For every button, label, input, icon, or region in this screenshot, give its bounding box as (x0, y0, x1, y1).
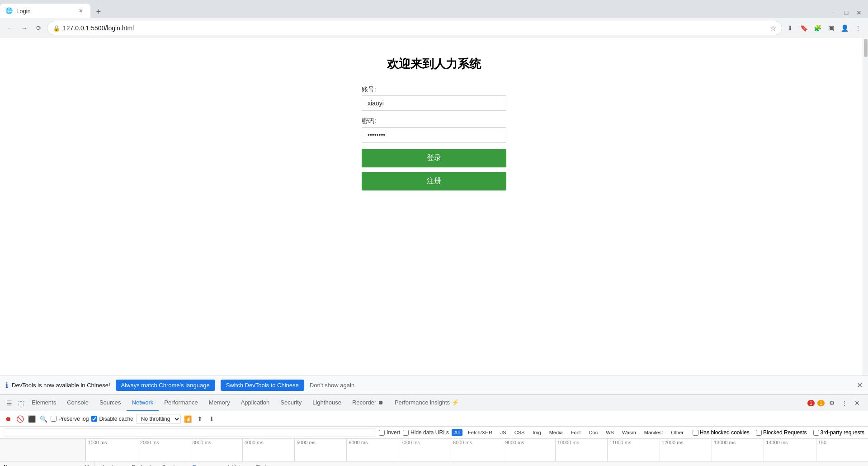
devtools-right-icons: 1 1 ⚙ ⋮ ✕ (807, 398, 866, 409)
hide-data-urls-text: Hide data URLs (410, 429, 449, 436)
export-button[interactable]: ⬆ (195, 414, 204, 423)
hide-data-urls-label[interactable]: Hide data URLs (403, 429, 449, 436)
warn-badge: 1 (817, 400, 825, 406)
tab-security[interactable]: Security (275, 395, 307, 411)
url-text: 127.0.0.1:5500/login.html (63, 24, 767, 32)
request-close-icon[interactable]: ✕ (83, 463, 91, 466)
tick-3000: 3000 ms (190, 439, 242, 461)
tab-console[interactable]: Console (61, 395, 94, 411)
switch-devtools-chinese-button[interactable]: Switch DevTools to Chinese (221, 380, 304, 391)
blocked-cookies-checkbox[interactable] (693, 430, 698, 436)
tab-sources[interactable]: Sources (94, 395, 127, 411)
filter-media-button[interactable]: Media (547, 429, 566, 436)
forward-button[interactable]: → (18, 22, 31, 34)
disable-cache-text: Disable cache (99, 416, 133, 422)
tick-4000: 4000 ms (242, 439, 294, 461)
login-button[interactable]: 登录 (362, 149, 506, 167)
notify-text: DevTools is now available in Chinese! (12, 382, 110, 389)
detail-tab-payload[interactable]: Payload (126, 461, 156, 466)
tab-recorder[interactable]: Recorder ⏺ (347, 395, 389, 411)
profile-icon[interactable]: 👤 (838, 22, 851, 34)
close-button[interactable]: ✕ (854, 7, 864, 18)
minimize-button[interactable]: ─ (828, 7, 839, 18)
third-party-checkbox[interactable] (813, 430, 819, 436)
browser-tab[interactable]: 🌐 Login ✕ (0, 4, 90, 18)
blocked-cookies-label[interactable]: Has blocked cookies (693, 429, 750, 436)
tab-bar: 🌐 Login ✕ + ─ □ ✕ (0, 0, 868, 18)
detail-tab-response[interactable]: Response (187, 461, 222, 466)
detail-tab-initiator[interactable]: Initiator (222, 461, 250, 466)
star-icon[interactable]: ☆ (770, 24, 776, 33)
filter-doc-button[interactable]: Doc (586, 429, 601, 436)
request-panel: Name ✕ login login Headers Payload Previ… (0, 461, 868, 466)
tick-1000: 1000 ms (85, 439, 137, 461)
downloads-icon[interactable]: ⬇ (784, 22, 797, 34)
detail-tab-preview[interactable]: Preview (157, 461, 187, 466)
always-match-language-button[interactable]: Always match Chrome's language (116, 380, 215, 391)
preserve-log-label[interactable]: Preserve log (51, 416, 89, 422)
devtools-toggle-button[interactable]: ☰ (4, 398, 14, 409)
extensions-icon[interactable]: 🧩 (811, 22, 824, 34)
filter-ws-button[interactable]: WS (603, 429, 617, 436)
register-button[interactable]: 注册 (362, 172, 506, 190)
filter-css-button[interactable]: CSS (512, 429, 528, 436)
tab-close-button[interactable]: ✕ (77, 7, 85, 15)
devtools-inspect-button[interactable]: ⬚ (15, 398, 26, 409)
devtools-panel: ☰ ⬚ Elements Console Sources Network Per… (0, 395, 868, 466)
detail-tab-timing[interactable]: Timing (251, 461, 278, 466)
tab-performance-insights[interactable]: Performance insights ⚡ (389, 395, 464, 411)
reload-button[interactable]: ⟳ (33, 22, 45, 34)
clear-button[interactable]: 🚫 (15, 414, 24, 423)
dont-show-again-button[interactable]: Don't show again (310, 382, 354, 389)
devtools-settings-button[interactable]: ⚙ (826, 398, 837, 409)
tab-elements[interactable]: Elements (26, 395, 61, 411)
record-button[interactable]: ⏺ (4, 414, 13, 423)
invert-checkbox[interactable] (379, 430, 385, 436)
blocked-requests-label[interactable]: Blocked Requests (756, 429, 807, 436)
bookmarks-icon[interactable]: 🔖 (797, 22, 810, 34)
disable-cache-label[interactable]: Disable cache (91, 416, 133, 422)
disable-cache-checkbox[interactable] (91, 416, 97, 422)
devtools-more-button[interactable]: ⋮ (839, 398, 850, 409)
menu-icon[interactable]: ⋮ (852, 22, 864, 34)
scrollbar[interactable] (863, 38, 868, 376)
filter-manifest-button[interactable]: Manifest (642, 429, 666, 436)
blocked-cookies-text: Has blocked cookies (700, 429, 750, 436)
import-button[interactable]: ⬇ (207, 414, 216, 423)
filter-img-button[interactable]: Img (530, 429, 543, 436)
wifi-icon[interactable]: 📶 (184, 414, 193, 423)
throttle-select[interactable]: No throttling (136, 414, 181, 424)
back-button[interactable]: ← (4, 22, 16, 34)
search-button[interactable]: 🔍 (39, 414, 48, 423)
password-input[interactable] (362, 127, 506, 143)
devtools-close-button[interactable]: ✕ (852, 398, 863, 409)
sidebar-icon[interactable]: ▣ (825, 22, 837, 34)
invert-label[interactable]: Invert (379, 429, 400, 436)
address-bar[interactable]: 🔒 127.0.0.1:5500/login.html ☆ (47, 21, 782, 35)
preserve-log-checkbox[interactable] (51, 416, 57, 422)
maximize-button[interactable]: □ (841, 7, 852, 18)
tab-performance[interactable]: Performance (159, 395, 203, 411)
filter-all-button[interactable]: All (452, 429, 462, 436)
hide-data-urls-checkbox[interactable] (403, 430, 409, 436)
account-input[interactable] (362, 95, 506, 111)
new-tab-button[interactable]: + (92, 5, 105, 18)
blocked-requests-checkbox[interactable] (756, 430, 762, 436)
tab-network[interactable]: Network (127, 395, 159, 411)
filter-other-button[interactable]: Other (668, 429, 686, 436)
scrollbar-thumb[interactable] (864, 39, 868, 57)
form-container: 账号: 密码: 登录 注册 (362, 86, 506, 190)
tab-application[interactable]: Application (236, 395, 275, 411)
filter-fetch-button[interactable]: Fetch/XHR (465, 429, 495, 436)
third-party-label[interactable]: 3rd-party requests (813, 429, 864, 436)
third-party-text: 3rd-party requests (821, 429, 864, 436)
tab-lighthouse[interactable]: Lighthouse (307, 395, 347, 411)
filter-button[interactable]: ⬛ (27, 414, 36, 423)
tab-memory[interactable]: Memory (203, 395, 236, 411)
filter-font-button[interactable]: Font (568, 429, 584, 436)
detail-tab-headers[interactable]: Headers (95, 461, 126, 466)
filter-js-button[interactable]: JS (498, 429, 509, 436)
notification-close-button[interactable]: ✕ (857, 381, 863, 390)
filter-input[interactable] (4, 428, 376, 437)
filter-wasm-button[interactable]: Wasm (619, 429, 639, 436)
